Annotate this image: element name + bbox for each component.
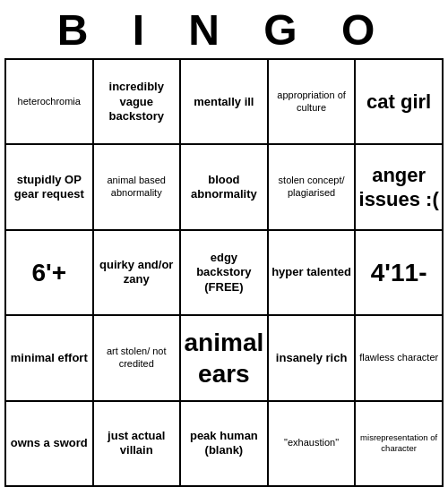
bingo-cell: animal based abnormality	[93, 144, 180, 229]
bingo-cell: mentally ill	[180, 59, 268, 144]
bingo-cell: flawless character	[355, 315, 443, 400]
bingo-cell: just actual villain	[93, 401, 180, 486]
bingo-cell: appropriation of culture	[268, 59, 355, 144]
bingo-cell: owns a sword	[5, 401, 93, 486]
bingo-cell: animal ears	[180, 315, 268, 400]
bingo-title: B I N G O	[0, 0, 448, 58]
bingo-cell: stupidly OP gear request	[5, 144, 93, 229]
bingo-cell: misrepresentation of character	[355, 401, 443, 486]
bingo-cell: edgy backstory (FREE)	[180, 230, 268, 315]
bingo-cell: minimal effort	[5, 315, 93, 400]
bingo-cell: quirky and/or zany	[93, 230, 180, 315]
bingo-cell: stolen concept/ plagiarised	[268, 144, 355, 229]
bingo-cell: heterochromia	[5, 59, 93, 144]
bingo-cell: peak human (blank)	[180, 401, 268, 486]
bingo-cell: art stolen/ not credited	[93, 315, 180, 400]
bingo-cell: 4'11-	[355, 230, 443, 315]
bingo-cell: incredibly vague backstory	[93, 59, 180, 144]
bingo-cell: anger issues :(	[355, 144, 443, 229]
bingo-grid: heterochromiaincredibly vague backstorym…	[4, 58, 444, 487]
bingo-cell: cat girl	[355, 59, 443, 144]
bingo-cell: "exhaustion"	[268, 401, 355, 486]
bingo-cell: hyper talented	[268, 230, 355, 315]
bingo-cell: insanely rich	[268, 315, 355, 400]
bingo-cell: 6'+	[5, 230, 93, 315]
bingo-cell: blood abnormality	[180, 144, 268, 229]
